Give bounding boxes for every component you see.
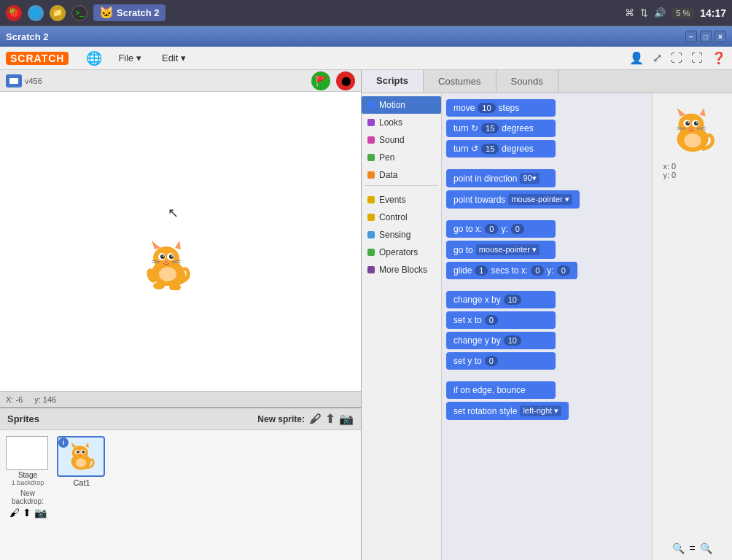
svg-point-34	[678, 114, 704, 136]
block-move[interactable]: move 10 steps	[446, 99, 556, 117]
scratch-taskbar-btn[interactable]: 🐱 Scratch 2	[93, 4, 166, 21]
camera-backdrop-button[interactable]: 📷	[34, 507, 47, 518]
block-glide-x-val[interactable]: 0	[531, 265, 544, 276]
maximize-button[interactable]: □	[700, 31, 712, 42]
stage-thumbnail[interactable]: Stage 1 backdrop New backdrop: 🖌 ⬆ 📷	[6, 436, 50, 521]
block-glide-secs-val[interactable]: 1	[475, 265, 488, 276]
block-bounce[interactable]: if on edge, bounce	[446, 381, 556, 399]
block-set-y-val[interactable]: 0	[485, 356, 498, 366]
raspberry-icon[interactable]: 🍓	[6, 5, 22, 21]
category-pen-label: Pen	[379, 152, 394, 163]
block-move-suffix: steps	[499, 103, 520, 113]
block-change-x[interactable]: change x by 10	[446, 291, 556, 308]
upload-sprite-button[interactable]: ⬆	[325, 412, 335, 426]
block-set-y[interactable]: set y to 0	[446, 352, 556, 370]
block-glide[interactable]: glide 1 secs to x: 0 y: 0	[446, 262, 577, 279]
block-turn-cw-val[interactable]: 15	[481, 123, 499, 133]
category-more-blocks[interactable]: More Blocks	[362, 261, 441, 279]
tab-costumes[interactable]: Costumes	[424, 70, 497, 93]
block-change-y-text: change y by	[453, 335, 501, 346]
edit-menu[interactable]: Edit ▾	[157, 51, 190, 65]
category-looks[interactable]: Looks	[362, 114, 441, 131]
block-rotation-style-text: set rotation style	[453, 406, 517, 416]
block-point-towards-dropdown[interactable]: mouse-pointer ▾	[508, 194, 572, 205]
zoom-out-button[interactable]: 🔍	[672, 542, 685, 554]
block-turn-cw-text: turn ↻	[453, 123, 478, 133]
block-move-val[interactable]: 10	[478, 103, 495, 113]
block-point-towards[interactable]: point towards mouse-pointer ▾	[446, 190, 580, 209]
svg-point-2	[153, 246, 179, 270]
svg-point-44	[696, 122, 697, 123]
sensing-dot	[367, 231, 375, 238]
svg-point-30	[82, 451, 85, 454]
cat-sprite[interactable]	[139, 238, 204, 296]
terminal-icon[interactable]: >_	[71, 5, 87, 21]
data-dot	[367, 171, 375, 179]
svg-point-12	[171, 255, 173, 257]
svg-marker-25	[71, 442, 77, 447]
stage-thumb-label: Stage	[6, 471, 50, 479]
upload-backdrop-button[interactable]: ⬆	[23, 507, 31, 518]
block-go-to-dropdown[interactable]: mouse-pointer ▾	[476, 244, 540, 255]
category-control[interactable]: Control	[362, 209, 441, 226]
block-change-y[interactable]: change y by 10	[446, 332, 556, 349]
block-go-to-x-val[interactable]: 0	[485, 224, 498, 234]
category-sound[interactable]: Sound	[362, 131, 441, 149]
block-go-to-y-val[interactable]: 0	[511, 224, 524, 234]
green-flag-button[interactable]: 🚩	[311, 71, 330, 90]
block-rotation-style-dropdown[interactable]: left-right ▾	[520, 405, 561, 416]
sprite-thumbnail-cat1[interactable]: i	[57, 436, 106, 487]
new-backdrop-icons: 🖌 ⬆ 📷	[9, 507, 47, 518]
globe-menu-icon[interactable]: 🌐	[86, 50, 102, 66]
network-icon: ⇅	[640, 7, 648, 18]
block-glide-y-val[interactable]: 0	[557, 265, 570, 276]
titlebar-controls: − □ ×	[685, 31, 726, 42]
minimize-button[interactable]: −	[685, 31, 697, 42]
help-icon[interactable]: ❓	[712, 51, 726, 65]
block-turn-ccw[interactable]: turn ↺ 15 degrees	[446, 140, 556, 158]
sprites-panel: Sprites New sprite: 🖌 ⬆ 📷 Stage 1 backdr…	[0, 407, 361, 560]
globe-icon[interactable]: 🌐	[28, 5, 44, 21]
block-turn-cw[interactable]: turn ↻ 15 degrees	[446, 120, 556, 137]
folder-icon[interactable]: 📁	[50, 5, 66, 21]
block-go-to-xy[interactable]: go to x: 0 y: 0	[446, 220, 556, 238]
category-motion[interactable]: Motion	[362, 96, 441, 114]
looks-dot	[367, 119, 375, 126]
camera-sprite-button[interactable]: 📷	[339, 412, 354, 426]
stage-view-button[interactable]	[6, 74, 22, 88]
paint-backdrop-button[interactable]: 🖌	[9, 507, 20, 518]
category-events[interactable]: Events	[362, 191, 441, 209]
block-change-y-val[interactable]: 10	[504, 335, 521, 346]
block-go-to[interactable]: go to mouse-pointer ▾	[446, 241, 556, 259]
sprite-preview-image	[663, 105, 722, 156]
category-sensing[interactable]: Sensing	[362, 226, 441, 244]
category-data[interactable]: Data	[362, 166, 441, 184]
spacer2	[446, 211, 647, 217]
tab-sounds[interactable]: Sounds	[497, 70, 558, 93]
block-set-x-val[interactable]: 0	[485, 315, 498, 325]
block-point-direction[interactable]: point in direction 90▾	[446, 169, 556, 187]
person-icon[interactable]: 👤	[629, 51, 644, 65]
category-operators[interactable]: Operators	[362, 244, 441, 261]
block-rotation-style[interactable]: set rotation style left-right ▾	[446, 402, 569, 420]
close-button[interactable]: ×	[715, 31, 726, 42]
file-menu[interactable]: File ▾	[114, 51, 146, 65]
category-pen[interactable]: Pen	[362, 149, 441, 166]
stage-area[interactable]: ↖	[0, 92, 361, 391]
fullscreen2-icon[interactable]: ⛶	[691, 52, 703, 65]
sprite-info-badge[interactable]: i	[58, 438, 69, 448]
sound-dot	[367, 136, 375, 144]
expand-icon[interactable]: ⤢	[653, 51, 662, 65]
block-turn-ccw-val[interactable]: 15	[481, 144, 499, 154]
zoom-in-button[interactable]: 🔍	[700, 542, 712, 554]
block-point-direction-val[interactable]: 90▾	[520, 173, 539, 184]
red-stop-button[interactable]: ⬤	[336, 71, 355, 90]
block-change-x-val[interactable]: 10	[504, 295, 521, 305]
category-sensing-label: Sensing	[379, 230, 410, 240]
scratch-taskbar-label: Scratch 2	[117, 7, 160, 18]
fullscreen-icon[interactable]: ⛶	[671, 52, 682, 65]
cat-taskbar-icon: 🐱	[99, 6, 114, 20]
block-set-x[interactable]: set x to 0	[446, 311, 556, 329]
paint-sprite-button[interactable]: 🖌	[309, 413, 321, 426]
tab-scripts[interactable]: Scripts	[362, 70, 424, 93]
